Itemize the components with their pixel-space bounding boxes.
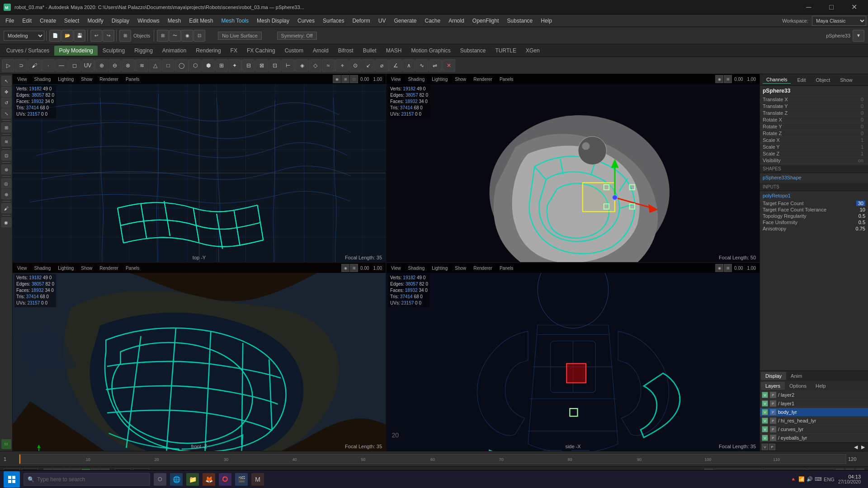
close-button[interactable]: ✕: [844, 0, 864, 14]
merge-to-center-btn[interactable]: ⊙: [349, 59, 362, 72]
menu-display[interactable]: Display: [108, 16, 133, 25]
layers-subtab[interactable]: Layers: [761, 382, 785, 390]
layer-scroll-left[interactable]: ◀: [853, 444, 859, 450]
tab-mash[interactable]: MASH: [382, 46, 406, 56]
combine-btn[interactable]: ⊕: [95, 59, 108, 72]
close-x-btn[interactable]: ✕: [443, 59, 455, 72]
redo-btn[interactable]: ↪: [103, 30, 114, 42]
vp-front-view-menu[interactable]: View: [14, 265, 30, 272]
vp-persp-cam-btn[interactable]: ◉: [715, 75, 723, 83]
menu-surfaces[interactable]: Surfaces: [319, 16, 348, 25]
tab-substance[interactable]: Substance: [456, 46, 491, 56]
crease-btn[interactable]: ≈: [322, 59, 335, 72]
soften-normals-btn[interactable]: ∿: [415, 59, 428, 72]
rotate-y-value[interactable]: 0: [843, 124, 865, 129]
taskbar-search[interactable]: 🔍 Type here to search: [24, 473, 150, 486]
maximize-button[interactable]: □: [821, 0, 842, 14]
layer-p-btn[interactable]: P: [769, 444, 775, 450]
vp-persp-show-menu[interactable]: Show: [452, 76, 469, 83]
harden-normals-btn[interactable]: ∧: [402, 59, 415, 72]
timeline-ruler[interactable]: 1 10 20 30 40 50 60 70 80 90 100 110: [19, 454, 846, 464]
tab-arnold[interactable]: Arnold: [308, 46, 333, 56]
layer1-name[interactable]: / layer1: [778, 401, 866, 406]
vp-side-lighting-menu[interactable]: Lighting: [429, 265, 450, 272]
vp-top-show-menu[interactable]: Show: [78, 76, 95, 83]
tab-sculpting[interactable]: Sculpting: [98, 46, 129, 56]
normal-angle-btn[interactable]: ∠: [389, 59, 402, 72]
body-lyr-vis-btn[interactable]: V: [762, 409, 768, 415]
lasso-select-btn[interactable]: ⊃: [15, 59, 28, 72]
triangulate-btn[interactable]: △: [149, 59, 161, 72]
menu-cache[interactable]: Cache: [421, 16, 444, 25]
mode-dropdown[interactable]: Modeling: [4, 31, 44, 41]
universal-manip-btn[interactable]: ⊞: [1, 122, 11, 132]
curves-lyr-name[interactable]: / curves_lyr: [778, 427, 866, 432]
tab-animation[interactable]: Animation: [158, 46, 191, 56]
menu-curves[interactable]: Curves: [294, 16, 318, 25]
maya-logo-btn[interactable]: M: [1, 439, 11, 449]
move-tool-btn[interactable]: ✥: [1, 87, 11, 97]
vp-top-view-menu[interactable]: View: [14, 76, 30, 83]
vp-side-shading-menu[interactable]: Shading: [406, 265, 428, 272]
snap-curve-btn[interactable]: 〜: [169, 30, 181, 42]
extrude-btn[interactable]: ⬡: [189, 59, 202, 72]
chamfer-btn[interactable]: ◇: [309, 59, 321, 72]
vp-side-show-menu[interactable]: Show: [452, 265, 469, 272]
menu-generate[interactable]: Generate: [390, 16, 420, 25]
workspace-dropdown[interactable]: Maya Classic: [812, 16, 866, 26]
edge-icon-taskbar[interactable]: 🌐: [170, 473, 183, 486]
offset-loop-btn[interactable]: ⊡: [269, 59, 281, 72]
tab-curves-surfaces[interactable]: Curves / Surfaces: [2, 46, 54, 56]
menu-arnold[interactable]: Arnold: [445, 16, 468, 25]
insert-loop-btn[interactable]: ⊠: [255, 59, 268, 72]
face-select-btn[interactable]: ◻: [68, 59, 81, 72]
vp-persp-renderer-menu[interactable]: Renderer: [471, 76, 495, 83]
tab-poly-modeling[interactable]: Poly Modeling: [54, 46, 97, 56]
edge-select-btn[interactable]: —: [55, 59, 68, 72]
menu-help[interactable]: Help: [537, 16, 556, 25]
tab-motion-graphics[interactable]: Motion Graphics: [406, 46, 455, 56]
vp-top-panels-menu[interactable]: Panels: [123, 76, 142, 83]
chrome-icon-taskbar[interactable]: ⭕: [219, 473, 231, 486]
vp-front-shading-menu[interactable]: Shading: [32, 265, 54, 272]
vp-side-grid-btn[interactable]: ⊞: [724, 264, 732, 272]
vp-persp-shading-menu[interactable]: Shading: [406, 76, 428, 83]
vp-persp-view-menu[interactable]: View: [388, 76, 404, 83]
snap-grid-btn[interactable]: ⊞: [157, 30, 169, 42]
camera-tools-btn[interactable]: ◎: [1, 178, 11, 188]
explorer-icon-taskbar[interactable]: 📁: [186, 473, 199, 486]
options-subtab[interactable]: Options: [785, 382, 811, 390]
vp-side-renderer-menu[interactable]: Renderer: [471, 265, 495, 272]
anisotropy-value[interactable]: 0.75: [856, 226, 865, 231]
tab-xgen[interactable]: XGen: [521, 46, 544, 56]
menu-deform[interactable]: Deform: [349, 16, 373, 25]
layer-scroll-right[interactable]: ▶: [860, 444, 866, 450]
channels-tab[interactable]: Channels: [763, 76, 791, 84]
vp-front-show-menu[interactable]: Show: [78, 265, 95, 272]
vp-side-cam-btn[interactable]: ◉: [715, 264, 723, 272]
split-loop-btn[interactable]: ⊟: [242, 59, 255, 72]
topology-reg-value[interactable]: 0.5: [859, 213, 865, 219]
vp-front-cam-btn[interactable]: ◉: [341, 264, 349, 272]
extract-btn[interactable]: ⊗: [122, 59, 134, 72]
viewport-persp[interactable]: View Shading Lighting Show Renderer Pane…: [387, 74, 760, 262]
scale-y-value[interactable]: 1: [843, 144, 865, 150]
translate-z-value[interactable]: 0: [843, 110, 865, 116]
layer-v-btn[interactable]: V: [762, 444, 768, 450]
object-tab[interactable]: Object: [812, 76, 834, 84]
rotate-z-value[interactable]: 0: [843, 131, 865, 136]
menu-modify[interactable]: Modify: [84, 16, 107, 25]
uv-select-btn[interactable]: UV: [81, 59, 94, 72]
tab-rendering[interactable]: Rendering: [191, 46, 225, 56]
snap-point-btn[interactable]: ◉: [181, 30, 193, 42]
menu-mesh-tools[interactable]: Mesh Tools: [218, 16, 252, 25]
menu-uv[interactable]: UV: [375, 16, 390, 25]
minimize-button[interactable]: ─: [798, 0, 819, 14]
menu-file[interactable]: File: [2, 16, 18, 25]
vp-top-cam-btn[interactable]: ◉: [333, 75, 341, 83]
slide-edge-btn[interactable]: ⊢: [282, 59, 294, 72]
vp-front-panels-menu[interactable]: Panels: [123, 265, 142, 272]
translate-x-value[interactable]: 0: [843, 97, 865, 102]
smooth-btn[interactable]: ≋: [136, 59, 148, 72]
viewport-front[interactable]: View Shading Lighting Show Renderer Pane…: [13, 263, 386, 451]
